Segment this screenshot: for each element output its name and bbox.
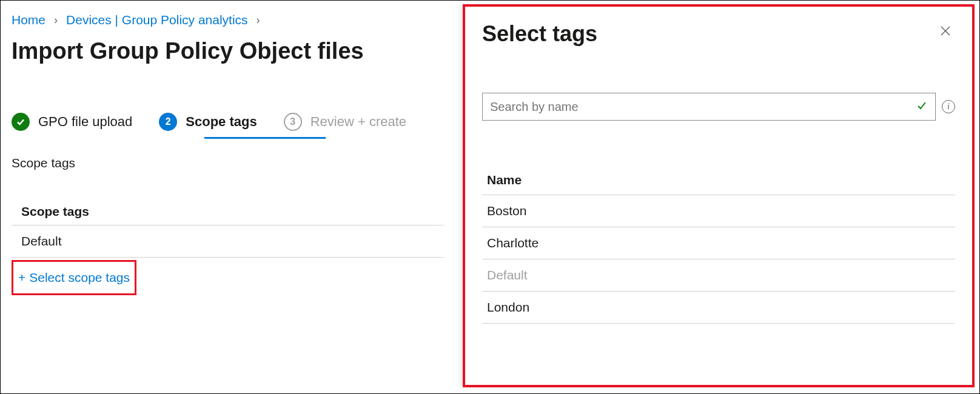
step-label: Scope tags [186,114,257,130]
breadcrumb-devices[interactable]: Devices | Group Policy analytics [66,13,248,27]
breadcrumb-home[interactable]: Home [12,13,45,27]
wizard-step-review[interactable]: 3 Review + create [284,113,406,131]
close-button[interactable] [936,21,955,42]
chevron-right-icon: › [54,14,58,27]
tag-list: Name Boston Charlotte Default London [482,165,955,324]
info-icon[interactable]: i [942,100,955,113]
tag-row[interactable]: Boston [482,195,955,227]
section-heading: Scope tags [12,156,445,170]
step-number-icon: 2 [159,113,177,131]
plus-icon: + [18,270,25,285]
scope-tags-table: Scope tags Default [12,198,445,258]
select-tags-panel: Select tags i Name Boston Charlotte Defa… [463,4,975,387]
validation-check-icon [916,99,928,115]
wizard-steps: GPO file upload 2 Scope tags 3 Review + … [12,113,445,131]
select-scope-tags-button[interactable]: + Select scope tags [12,260,136,295]
select-scope-tags-label: Select scope tags [29,270,130,285]
column-header-name: Name [482,165,955,195]
step-label: Review + create [310,114,406,130]
search-input[interactable] [490,100,916,114]
tag-row[interactable]: London [482,292,955,324]
checkmark-icon [12,113,30,131]
page-title: Import Group Policy Object files [12,38,445,64]
main-content: Home › Devices | Group Policy analytics … [1,1,455,393]
table-header: Scope tags [12,198,445,225]
active-step-underline [204,137,326,139]
search-input-wrapper[interactable] [482,93,936,121]
wizard-step-scope-tags[interactable]: 2 Scope tags [159,113,257,131]
chevron-right-icon: › [257,14,260,27]
tag-row[interactable]: Charlotte [482,227,955,259]
breadcrumb: Home › Devices | Group Policy analytics … [12,13,445,27]
step-label: GPO file upload [38,114,132,130]
step-number-icon: 3 [284,113,302,131]
wizard-step-gpo-upload[interactable]: GPO file upload [12,113,132,131]
close-icon [938,24,953,38]
table-row: Default [12,225,445,258]
panel-title: Select tags [482,21,597,47]
tag-row: Default [482,259,955,292]
